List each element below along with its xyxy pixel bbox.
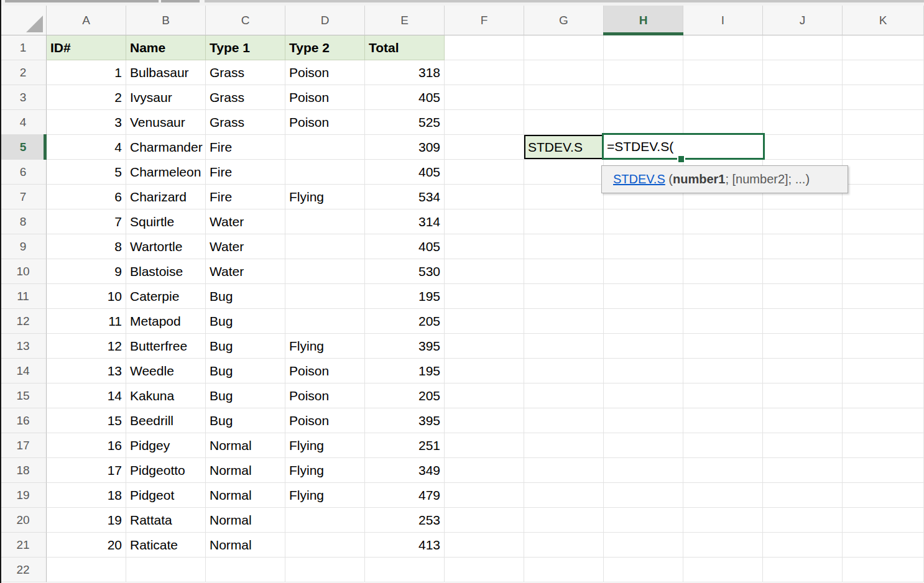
cell-I21[interactable]	[683, 533, 763, 558]
cell-J21[interactable]	[763, 533, 843, 558]
cell-F11[interactable]	[445, 284, 524, 309]
cell-A17[interactable]: 16	[47, 433, 126, 458]
cell-C6[interactable]: Fire	[206, 160, 285, 185]
cell-I18[interactable]	[683, 458, 763, 483]
cell-K19[interactable]	[843, 483, 924, 508]
cell-B5[interactable]: Charmander	[126, 135, 206, 160]
cell-B2[interactable]: Bulbasaur	[126, 60, 206, 85]
cell-K16[interactable]	[843, 408, 924, 433]
cell-D9[interactable]	[285, 234, 365, 259]
cell-B20[interactable]: Rattata	[126, 508, 206, 533]
cell-K11[interactable]	[843, 284, 924, 309]
cell-H18[interactable]	[604, 458, 683, 483]
cell-A14[interactable]: 13	[47, 359, 126, 383]
cell-K5[interactable]	[843, 135, 924, 160]
row-header-4[interactable]: 4	[0, 110, 47, 135]
cell-E1[interactable]: Total	[365, 35, 445, 60]
cell-D18[interactable]: Flying	[285, 458, 365, 483]
cell-E21[interactable]: 413	[365, 533, 445, 558]
cell-B14[interactable]: Weedle	[126, 359, 206, 383]
cell-F19[interactable]	[445, 483, 524, 508]
cell-D14[interactable]: Poison	[285, 359, 365, 383]
row-header-6[interactable]: 6	[0, 160, 47, 185]
cell-F2[interactable]	[445, 60, 524, 85]
cell-J22[interactable]	[763, 558, 843, 582]
cell-F8[interactable]	[445, 209, 524, 234]
cell-I1[interactable]	[683, 35, 763, 60]
cell-F4[interactable]	[445, 110, 524, 135]
cell-A13[interactable]: 12	[47, 334, 126, 359]
row-header-22[interactable]: 22	[0, 558, 47, 582]
cell-G20[interactable]	[524, 508, 604, 533]
cell-D4[interactable]: Poison	[285, 110, 365, 135]
cell-I20[interactable]	[683, 508, 763, 533]
cell-D22[interactable]	[285, 558, 365, 582]
cell-D12[interactable]	[285, 309, 365, 334]
cell-I13[interactable]	[683, 334, 763, 359]
cell-G12[interactable]	[524, 309, 604, 334]
cell-K17[interactable]	[843, 433, 924, 458]
cell-J1[interactable]	[763, 35, 843, 60]
cell-F17[interactable]	[445, 433, 524, 458]
cell-G9[interactable]	[524, 234, 604, 259]
cell-B12[interactable]: Metapod	[126, 309, 206, 334]
cell-D8[interactable]	[285, 209, 365, 234]
cell-C22[interactable]	[206, 558, 285, 582]
row-header-13[interactable]: 13	[0, 334, 47, 359]
cell-F12[interactable]	[445, 309, 524, 334]
cell-G5[interactable]: STDEV.S	[524, 135, 604, 160]
cell-H16[interactable]	[604, 408, 683, 433]
cell-F9[interactable]	[445, 234, 524, 259]
cell-E7[interactable]: 534	[365, 185, 445, 209]
cell-H22[interactable]	[604, 558, 683, 582]
cell-J8[interactable]	[763, 209, 843, 234]
row-header-21[interactable]: 21	[0, 533, 47, 558]
select-all-button[interactable]	[0, 6, 47, 35]
cell-K12[interactable]	[843, 309, 924, 334]
cell-F18[interactable]	[445, 458, 524, 483]
cell-G1[interactable]	[524, 35, 604, 60]
cell-E12[interactable]: 205	[365, 309, 445, 334]
cell-H1[interactable]	[604, 35, 683, 60]
cell-B15[interactable]: Kakuna	[126, 383, 206, 408]
row-header-16[interactable]: 16	[0, 408, 47, 433]
cell-D20[interactable]	[285, 508, 365, 533]
cell-D5[interactable]	[285, 135, 365, 160]
cell-A22[interactable]	[47, 558, 126, 582]
cell-G13[interactable]	[524, 334, 604, 359]
cell-B21[interactable]: Raticate	[126, 533, 206, 558]
cell-G19[interactable]	[524, 483, 604, 508]
cell-A12[interactable]: 11	[47, 309, 126, 334]
cell-K2[interactable]	[843, 60, 924, 85]
cell-G22[interactable]	[524, 558, 604, 582]
cell-H17[interactable]	[604, 433, 683, 458]
cell-E2[interactable]: 318	[365, 60, 445, 85]
cell-I9[interactable]	[683, 234, 763, 259]
row-header-15[interactable]: 15	[0, 383, 47, 408]
cell-B10[interactable]: Blastoise	[126, 259, 206, 284]
cell-A21[interactable]: 20	[47, 533, 126, 558]
cell-A4[interactable]: 3	[47, 110, 126, 135]
cell-F20[interactable]	[445, 508, 524, 533]
column-header-J[interactable]: J	[763, 6, 843, 35]
row-header-19[interactable]: 19	[0, 483, 47, 508]
cell-C5[interactable]: Fire	[206, 135, 285, 160]
cell-J10[interactable]	[763, 259, 843, 284]
column-header-I[interactable]: I	[683, 6, 763, 35]
cell-C1[interactable]: Type 1	[206, 35, 285, 60]
cell-K8[interactable]	[843, 209, 924, 234]
cell-A16[interactable]: 15	[47, 408, 126, 433]
cell-I3[interactable]	[683, 85, 763, 110]
cell-D10[interactable]	[285, 259, 365, 284]
cell-B4[interactable]: Venusaur	[126, 110, 206, 135]
cell-G14[interactable]	[524, 359, 604, 383]
column-header-B[interactable]: B	[126, 6, 206, 35]
cell-D2[interactable]: Poison	[285, 60, 365, 85]
cell-J4[interactable]	[763, 110, 843, 135]
cell-I16[interactable]	[683, 408, 763, 433]
cell-A1[interactable]: ID#	[47, 35, 126, 60]
cell-E8[interactable]: 314	[365, 209, 445, 234]
cell-D7[interactable]: Flying	[285, 185, 365, 209]
column-header-A[interactable]: A	[47, 6, 126, 35]
cell-J18[interactable]	[763, 458, 843, 483]
